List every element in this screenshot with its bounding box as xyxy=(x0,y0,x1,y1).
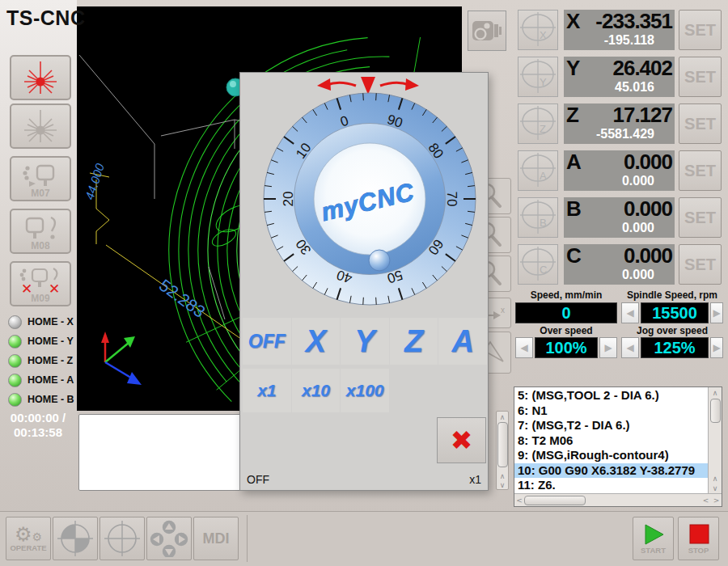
dro-row-a: AA0.0000.000SET xyxy=(518,150,722,191)
scroll-down-icon[interactable]: ∨ xyxy=(500,480,506,489)
scroll-left-icon[interactable]: < xyxy=(514,496,524,505)
gcode-line[interactable]: 11: Z6. xyxy=(514,478,708,493)
operate-label: OPERATE xyxy=(10,544,46,552)
stop-button[interactable]: STOP xyxy=(678,517,719,560)
svg-text:C: C xyxy=(540,264,547,276)
dro-machine-value: 26.402 xyxy=(612,57,672,79)
axis-x-home-button[interactable]: X xyxy=(518,10,558,50)
home-led-on-icon xyxy=(8,354,22,368)
start-button[interactable]: START xyxy=(633,517,674,560)
scrollbar-thumb[interactable] xyxy=(710,399,721,423)
gcode-line[interactable]: 9: (MSG,iRough-contour4) xyxy=(514,448,708,463)
set-x-button[interactable]: SET xyxy=(679,10,722,50)
home-led-off-icon xyxy=(8,315,22,329)
mpg-dial[interactable]: 0102030405060708090 myCNC xyxy=(261,91,478,307)
scrollbar-thumb[interactable] xyxy=(497,422,508,467)
m07-label: M07 xyxy=(11,188,70,199)
axis-y-home-button[interactable]: Y xyxy=(518,57,558,97)
job-timer: 00:00:00 / 00:13:58 xyxy=(2,411,74,440)
dial-knob[interactable] xyxy=(369,250,390,271)
dro-panel: XX-233.351-195.118SETYY26.40245.016SETZZ… xyxy=(518,10,722,291)
rotate-right-arrow-icon xyxy=(405,78,419,91)
scroll-up-icon[interactable]: ∧ xyxy=(713,474,718,484)
laser-off-icon xyxy=(19,108,61,144)
mpg-axis-button-y[interactable]: Y xyxy=(341,318,389,365)
mpg-step-button-x1[interactable]: x1 xyxy=(243,369,291,412)
dro-sub-value: -5581.429 xyxy=(566,126,672,142)
close-icon: ✖ xyxy=(451,424,473,456)
right-arrow-icon: ▶ xyxy=(713,307,720,319)
dro-sub-value: 0.000 xyxy=(566,267,672,282)
dro-row-y: YY26.40245.016SET xyxy=(518,57,722,97)
stop-square-icon xyxy=(686,522,712,547)
dialog-close-button[interactable]: ✖ xyxy=(437,417,486,463)
spindle-speed-up-button[interactable]: ▶ xyxy=(710,302,723,323)
datum-quadrant-button[interactable] xyxy=(53,517,98,560)
right-arrow-icon: ▶ xyxy=(713,342,720,353)
scroll-up-icon[interactable]: ∧ xyxy=(713,387,718,399)
dro-axis-letter: Y xyxy=(566,57,579,79)
mdi-button[interactable]: MDI xyxy=(193,517,239,560)
side-scrollbar[interactable]: ∧ ∧ ∨ xyxy=(496,411,509,490)
jog-over-speed-down-button[interactable]: ◀ xyxy=(621,337,639,358)
set-y-button[interactable]: SET xyxy=(679,57,722,97)
mpg-axis-button-a[interactable]: A xyxy=(438,318,487,365)
gcode-line[interactable]: 7: (MSG,T2 - DIA 6.) xyxy=(514,418,708,433)
dro-sub-value: 45.016 xyxy=(566,79,672,95)
scroll-down-icon[interactable]: ∨ xyxy=(713,484,718,493)
gcode-vertical-scrollbar[interactable]: ∧ ∧ ∨ xyxy=(708,387,722,493)
scrollbar-thumb[interactable] xyxy=(524,496,586,505)
scroll-left-icon[interactable]: < xyxy=(700,496,711,505)
dro-main-value: C0.000 xyxy=(566,245,672,267)
gcode-line[interactable]: 8: T2 M06 xyxy=(514,433,708,449)
jog-pad-button[interactable] xyxy=(146,517,192,560)
m08-coolant-button[interactable]: M08 xyxy=(10,209,71,254)
camera-view-button[interactable] xyxy=(468,11,506,51)
svg-text:X: X xyxy=(540,29,547,41)
mpg-step-button-x100[interactable]: x100 xyxy=(341,369,389,412)
set-z-button[interactable]: SET xyxy=(679,103,722,144)
mpg-step-button-x10[interactable]: x10 xyxy=(292,369,341,412)
mpg-axis-button-x[interactable]: X xyxy=(292,318,341,365)
laser-on-button[interactable] xyxy=(10,55,71,100)
mpg-axis-button-z[interactable]: Z xyxy=(390,318,438,365)
gcode-horizontal-scrollbar[interactable]: < < > xyxy=(514,493,722,506)
set-a-button[interactable]: SET xyxy=(679,150,722,191)
m07-coolant-button[interactable]: M07 xyxy=(10,156,71,201)
axis-b-home-button[interactable]: B xyxy=(518,197,558,238)
gcode-line[interactable]: 5: (MSG,TOOL 2 - DIA 6.) xyxy=(514,388,708,403)
dro-row-z: ZZ17.127-5581.429SET xyxy=(518,103,722,144)
scroll-up-icon[interactable]: ∧ xyxy=(500,471,506,480)
dro-main-value: X-233.351 xyxy=(566,11,672,32)
scroll-up-icon[interactable]: ∧ xyxy=(500,412,506,422)
gcode-list[interactable]: 5: (MSG,TOOL 2 - DIA 6.)6: N17: (MSG,T2 … xyxy=(514,386,722,507)
crosshair-axis-icon: Z xyxy=(518,104,557,143)
set-b-button[interactable]: SET xyxy=(679,197,722,238)
camera-icon xyxy=(471,17,503,44)
laser-off-button[interactable] xyxy=(10,103,71,149)
gcode-line-selected[interactable]: 10: G00 G90 X6.3182 Y-38.2779 xyxy=(514,463,708,479)
over-speed-down-button[interactable]: ◀ xyxy=(515,337,533,358)
jog-over-speed-up-button[interactable]: ▶ xyxy=(710,337,723,358)
over-speed-up-button[interactable]: ▶ xyxy=(599,337,617,358)
dro-machine-value: 0.000 xyxy=(624,245,672,267)
operate-button[interactable]: ⚙⚙ OPERATE xyxy=(6,517,51,560)
spindle-speed-down-button[interactable]: ◀ xyxy=(621,302,639,323)
svg-text:x: x xyxy=(501,306,505,315)
dro-sub-value: 0.000 xyxy=(566,173,672,188)
jog-over-speed-label: Jog over speed xyxy=(621,325,723,336)
gcode-line[interactable]: 6: N1 xyxy=(514,403,708,419)
crosshair-axis-icon: Y xyxy=(518,57,557,96)
dro-value-y: Y26.40245.016 xyxy=(564,57,675,97)
axis-c-home-button[interactable]: C xyxy=(518,244,558,285)
axis-a-home-button[interactable]: A xyxy=(518,150,558,191)
crosshair-position-button[interactable] xyxy=(99,517,145,560)
mpg-axis-button-off[interactable]: OFF xyxy=(243,318,291,365)
scroll-right-icon[interactable]: > xyxy=(711,496,722,505)
m09-coolant-off-button[interactable]: ✕ ✕ M09 xyxy=(10,261,71,306)
crosshair-icon xyxy=(103,519,142,558)
feed-speed-label: Speed, mm/min xyxy=(515,289,617,301)
axis-z-home-button[interactable]: Z xyxy=(518,103,558,144)
set-c-button[interactable]: SET xyxy=(679,244,722,285)
mdi-label: MDI xyxy=(203,530,230,547)
